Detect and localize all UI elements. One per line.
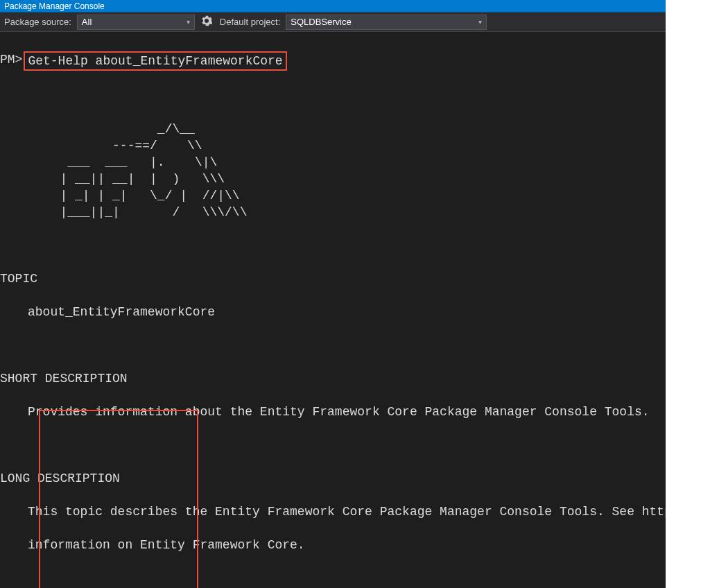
- package-source-label: Package source:: [3, 17, 73, 27]
- package-source-value: All: [82, 17, 92, 27]
- default-project-label: Default project:: [218, 17, 282, 27]
- toolbar: Package source: All ▾ Default project: S…: [0, 12, 710, 32]
- settings-button[interactable]: [199, 15, 214, 30]
- right-margin: [666, 0, 710, 588]
- long-description-line: information on Entity Framework Core.: [0, 537, 710, 553]
- default-project-value: SQLDBService: [291, 17, 351, 27]
- long-description-line: This topic describes the Entity Framewor…: [0, 503, 710, 520]
- default-project-dropdown[interactable]: SQLDBService ▾: [286, 15, 487, 30]
- console-output[interactable]: PM>Get-Help about_EntityFrameworkCore _/…: [0, 32, 710, 588]
- prompt-text: PM>: [0, 51, 22, 71]
- topic-value: about_EntityFrameworkCore: [0, 304, 710, 320]
- chevron-down-icon: ▾: [187, 18, 190, 26]
- short-description-text: Provides information about the Entity Fr…: [0, 404, 710, 420]
- long-description-heading: LONG DESCRIPTION: [0, 470, 710, 487]
- gear-icon: [201, 15, 212, 28]
- ascii-art-logo: _/\__ ---==/ \\ ___ ___ |. \|\ | __|| __…: [0, 121, 710, 220]
- chevron-down-icon: ▾: [478, 18, 482, 26]
- entered-command: Get-Help about_EntityFrameworkCore: [24, 51, 286, 71]
- titlebar: Package Manager Console: [0, 0, 710, 12]
- short-description-heading: SHORT DESCRIPTION: [0, 370, 710, 387]
- package-source-dropdown[interactable]: All ▾: [77, 15, 195, 30]
- topic-heading: TOPIC: [0, 270, 710, 287]
- window-title: Package Manager Console: [4, 1, 105, 11]
